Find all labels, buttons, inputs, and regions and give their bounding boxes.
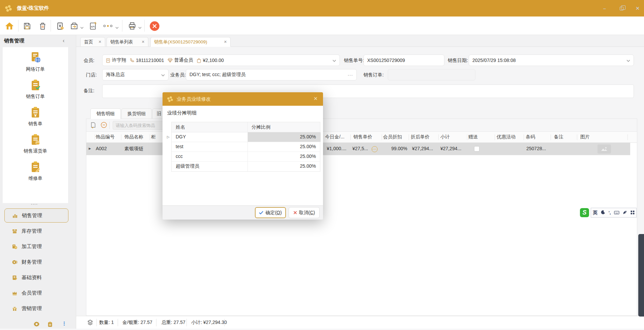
layers-icon[interactable]: [87, 319, 93, 327]
delete-button[interactable]: [36, 19, 49, 33]
salesperson-input[interactable]: DGY; test; ccc; 超级管理员 ···: [186, 69, 357, 80]
minimize-icon[interactable]: −: [601, 5, 608, 12]
kpi-edit-button[interactable]: KPI: [86, 19, 100, 33]
chevron-down-icon[interactable]: [115, 25, 119, 30]
close-icon[interactable]: ✕: [634, 5, 641, 12]
cell-ratio[interactable]: 25.00%: [247, 132, 321, 142]
archive-out-button[interactable]: [67, 19, 81, 33]
chevron-down-icon[interactable]: [80, 25, 84, 30]
print-button[interactable]: [125, 19, 139, 33]
save-button[interactable]: [20, 19, 34, 33]
column-header-image[interactable]: 图片: [580, 134, 590, 140]
column-header-discounted-price[interactable]: 折后单价: [411, 134, 430, 140]
sidebar-item-sales-returns[interactable]: 销售退货单: [3, 133, 68, 154]
chevron-down-icon[interactable]: [332, 58, 336, 63]
performance-row[interactable]: ccc 25.00%: [172, 152, 320, 162]
member-combo[interactable]: 许宇翔 18111210001 普通会员 ¥2,100.00: [102, 55, 340, 66]
dialog-header[interactable]: 业务员业绩修改 ✕: [163, 92, 323, 106]
chevron-down-icon[interactable]: [161, 72, 165, 77]
sidebar-module-finance[interactable]: 财务管理: [4, 255, 68, 269]
sidebar-module-processing[interactable]: 加工管理: [4, 239, 68, 254]
column-header-barcode[interactable]: 条码: [526, 134, 535, 140]
performance-row[interactable]: test 25.00%: [172, 142, 320, 152]
night-mode-moon-icon[interactable]: [601, 210, 605, 216]
tab-close-icon[interactable]: ✕: [142, 40, 145, 44]
row-expand-icon[interactable]: ▶: [89, 147, 91, 150]
phone-icon: [129, 58, 134, 63]
input-tool-icon[interactable]: [623, 210, 627, 216]
exit-button[interactable]: [148, 19, 161, 33]
performance-row[interactable]: ▷ DGY 25.00%: [172, 132, 320, 142]
tab-sales-list[interactable]: 销售单列表 ✕: [107, 37, 148, 47]
ime-toolbar: 英 ’,: [591, 208, 637, 218]
ellipsis-button[interactable]: ···: [348, 72, 353, 77]
sales-order-input[interactable]: [388, 69, 475, 80]
cell-ratio[interactable]: 25.00%: [247, 162, 321, 171]
chevron-down-icon[interactable]: [138, 25, 142, 30]
clipboard-icon[interactable]: [47, 321, 53, 328]
column-header-item-name[interactable]: 饰品名称: [124, 134, 143, 140]
cell-ratio[interactable]: 25.00%: [247, 142, 321, 152]
punctuation-mode[interactable]: ’,: [609, 210, 611, 215]
column-header-item-code[interactable]: 饰品编号: [96, 134, 115, 140]
sidebar-module-basedata[interactable]: 基础资料: [4, 270, 68, 285]
column-header-sale-price[interactable]: 销售单价: [353, 134, 372, 140]
payment-document-button[interactable]: [53, 19, 67, 33]
cell-item-code: A002: [96, 146, 107, 151]
ok-button[interactable]: 确定(O): [255, 207, 286, 218]
tab-sales-slip-current[interactable]: 销售单(XS001250729009) ✕: [150, 37, 231, 47]
cell-ratio[interactable]: 25.00%: [247, 152, 321, 161]
sidebar-item-repair-orders[interactable]: 维修单: [3, 160, 68, 182]
detail-tab-sales[interactable]: 销售明细: [90, 108, 121, 119]
restore-icon[interactable]: [618, 5, 625, 12]
more-actions-button[interactable]: [101, 19, 115, 33]
ime-language-mode[interactable]: 英: [593, 210, 597, 216]
sidebar-collapse-icon[interactable]: ‹: [63, 38, 64, 44]
toolbox-grid-icon[interactable]: [631, 210, 635, 216]
sidebar-module-marketing[interactable]: 营销管理: [4, 301, 68, 316]
save-icon: [23, 22, 31, 30]
order-no-input[interactable]: XS001250729009: [363, 55, 444, 66]
gift-checkbox[interactable]: [474, 146, 479, 152]
column-header-counter[interactable]: 柜: [151, 134, 156, 140]
home-button[interactable]: [3, 19, 16, 33]
tab-home[interactable]: 首页 ✕: [80, 37, 105, 47]
store-select[interactable]: 海珠总店: [102, 69, 169, 80]
sidebar-splitter-handle[interactable]: ••••: [31, 203, 38, 206]
soft-keyboard-icon[interactable]: [614, 210, 619, 216]
sogou-logo-icon[interactable]: S: [580, 208, 589, 217]
tab-close-icon[interactable]: ✕: [224, 40, 227, 44]
item-image-placeholder-icon[interactable]: [597, 144, 611, 154]
detail-tab-exchange[interactable]: 换货明细: [121, 108, 152, 119]
column-header-remark[interactable]: 备注: [554, 134, 563, 140]
sidebar-item-sales-orders[interactable]: 销售订单: [3, 78, 68, 100]
sidebar-module-members[interactable]: 会员管理: [4, 286, 68, 300]
sidebar-module-sales[interactable]: 销售管理: [4, 208, 68, 223]
tab-close-icon[interactable]: ✕: [98, 40, 101, 44]
sale-date-picker[interactable]: 2025/07/29 15:08:08: [469, 55, 634, 66]
row-expand-icon[interactable]: ▷: [167, 135, 170, 139]
column-header-name[interactable]: 姓名: [176, 124, 185, 130]
column-header-promotion[interactable]: 优惠活动: [497, 134, 516, 140]
column-header-subtotal[interactable]: 小计: [440, 134, 450, 140]
column-header-gold-price[interactable]: 今日金/...: [325, 134, 345, 140]
dialog-close-icon[interactable]: ✕: [312, 96, 319, 102]
chevron-down-icon[interactable]: [626, 58, 630, 63]
add-item-button[interactable]: [90, 122, 96, 129]
more-vertical-icon[interactable]: ⋮: [62, 321, 67, 327]
settings-gear-icon[interactable]: [33, 321, 40, 328]
app-window: 傲蓝•珠宝软件 − ✕: [0, 0, 644, 330]
remove-item-button[interactable]: [100, 122, 107, 129]
performance-row[interactable]: 超级管理员 25.00%: [172, 162, 320, 171]
sidebar-item-sales-slip[interactable]: 销售单: [3, 106, 68, 127]
column-header-member-discount[interactable]: 会员折扣: [383, 134, 402, 140]
main-toolbar: KPI: [0, 16, 644, 35]
sidebar-module-inventory[interactable]: 库存管理: [4, 224, 68, 238]
subtotal-value: ¥27,294.30: [203, 320, 227, 325]
sidebar-item-web-orders[interactable]: 网络订单: [3, 51, 68, 72]
column-header-gift[interactable]: 赠送: [468, 134, 478, 140]
quantity-label: 数量:: [99, 320, 110, 325]
price-more-icon[interactable]: ···: [372, 146, 378, 152]
column-header-ratio[interactable]: 分摊比例: [252, 124, 270, 130]
cancel-button[interactable]: 取消(C): [289, 207, 320, 218]
